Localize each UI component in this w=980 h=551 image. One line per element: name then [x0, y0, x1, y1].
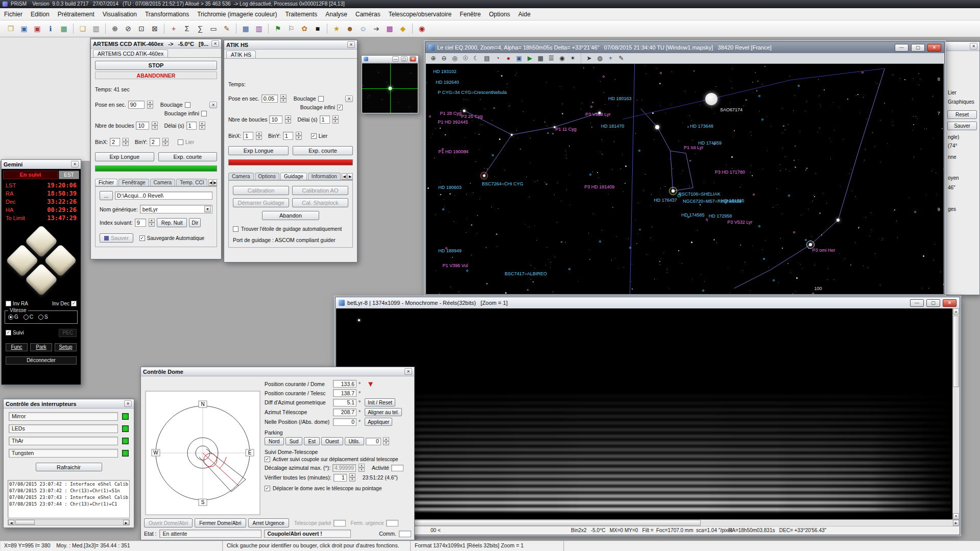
field-of-view-icon[interactable]: ◉: [557, 54, 567, 63]
search-object-icon[interactable]: ◍: [595, 54, 605, 63]
gemini-close-icon[interactable]: ✕: [71, 161, 79, 167]
vitesse-radio-s[interactable]: [38, 315, 43, 320]
menu-trichromie-imagerie-couleur[interactable]: Trichromie (imagerie couleur): [193, 9, 281, 20]
tabs-scroll-right-icon[interactable]: ▶: [213, 179, 217, 186]
index-suivant-input[interactable]: 9: [135, 219, 146, 227]
palette-icon[interactable]: ✿: [298, 22, 310, 35]
atik-delai-input[interactable]: 1: [320, 115, 330, 124]
dome-field-value[interactable]: 0: [333, 418, 356, 426]
select-region-icon[interactable]: ▭: [207, 22, 220, 35]
integration-sum-icon[interactable]: ∑: [194, 22, 206, 35]
park-sud-button[interactable]: Sud: [285, 437, 303, 445]
tab-options[interactable]: Options: [255, 173, 279, 180]
artemis-tab[interactable]: ARTEMIS CCD ATIK-460ex: [93, 50, 168, 57]
park-ouest-button[interactable]: Ouest: [321, 437, 343, 445]
atik-exp-longue-button[interactable]: Exp Longue: [228, 146, 289, 155]
tools-icon[interactable]: ◆: [397, 22, 409, 35]
artemis-binx-spinner[interactable]: ▲▼: [123, 138, 129, 146]
dark-display-icon[interactable]: ■: [312, 22, 324, 35]
zoom-fit-icon[interactable]: ⊠: [149, 22, 161, 35]
image-titlebar[interactable]: betLyr-8 | 1374x1099 - Monochrome - Réel…: [336, 297, 960, 308]
atik-close-icon[interactable]: ✕: [347, 41, 355, 48]
menu-pretraitement[interactable]: Prétraitement: [54, 9, 99, 20]
exit-door-icon[interactable]: ➔: [370, 22, 383, 35]
tab-fenetrage[interactable]: Fenêtrage: [118, 179, 149, 186]
decalage-input[interactable]: 4.99999: [332, 464, 356, 472]
tab-camera[interactable]: Camera: [228, 173, 254, 180]
artemis-bouclage-infini-checkbox[interactable]: [201, 111, 207, 116]
park-button[interactable]: Park: [30, 343, 52, 351]
thumb-minimize-button[interactable]: —: [392, 56, 399, 62]
constellation-toggle-icon[interactable]: ✶: [568, 54, 578, 63]
atik-bouclage-infini-checkbox[interactable]: ✓: [337, 105, 343, 110]
right-panel-titlebar[interactable]: ✕: [945, 42, 979, 51]
artemis-delai-spinner[interactable]: ▲▼: [199, 122, 205, 130]
abandon-button[interactable]: Abandon: [262, 211, 319, 220]
fermer-dome-button[interactable]: Fermer Dome/Abri: [195, 518, 246, 528]
init-reset-button[interactable]: Init / Reset: [365, 398, 395, 406]
skychart-canvas[interactable]: ××××××××××××HD 193102HD 192640P CYG=34 C…: [426, 64, 944, 294]
artemis-nbre-input[interactable]: 10: [136, 122, 149, 130]
thumb-maximize-button[interactable]: ▢: [401, 56, 408, 62]
pec-button[interactable]: PEC: [59, 329, 77, 337]
atik-exp-courte-button[interactable]: Exp. courte: [293, 146, 353, 155]
thumb-close-button[interactable]: ✕: [410, 56, 416, 62]
dome-titlebar[interactable]: Contrôle Dome✕: [141, 367, 414, 376]
data-table-icon[interactable]: ▦: [240, 22, 252, 35]
right-panel-close-icon[interactable]: ✕: [970, 43, 977, 50]
center-target-icon[interactable]: +: [168, 22, 180, 35]
menu-visualisation[interactable]: Visualisation: [99, 9, 141, 20]
menu-options[interactable]: Options: [485, 9, 514, 20]
vitesse-radio-c[interactable]: [23, 315, 29, 320]
tabs-scroll-right-icon[interactable]: ▶: [347, 173, 353, 180]
artemis-biny-spinner[interactable]: ▲▼: [162, 138, 169, 146]
duplicate-view-icon[interactable]: ▥: [90, 22, 102, 35]
atik-cancel-icon[interactable]: ✕: [345, 95, 353, 102]
artemis-binx-input[interactable]: 2: [110, 138, 120, 146]
histogram-icon[interactable]: ▥: [253, 22, 265, 35]
suivi-coupole-checkbox[interactable]: ✓: [265, 457, 270, 462]
artemis-pose-input[interactable]: 90: [128, 101, 145, 109]
camera-field-icon[interactable]: ▣: [514, 54, 524, 63]
tab-guidage[interactable]: Guidage: [280, 173, 307, 180]
atik-lier-checkbox[interactable]: ✓: [311, 133, 317, 139]
image-vertical-scrollbar[interactable]: ▲▼: [952, 308, 959, 519]
artemis-stop-button[interactable]: STOP: [95, 61, 217, 70]
artemis-bouclage-checkbox[interactable]: [185, 102, 190, 108]
image-maximize-button[interactable]: ▢: [926, 299, 940, 307]
artemis-nbre-spinner[interactable]: ▲▼: [152, 122, 158, 130]
menu-fichier[interactable]: Fichier: [0, 9, 27, 20]
menu-transformations[interactable]: Transformations: [141, 9, 193, 20]
earth-globe-icon[interactable]: ☉: [461, 54, 470, 63]
identify-object-icon[interactable]: ◎: [450, 54, 460, 63]
print-chart-icon[interactable]: ▤: [482, 54, 492, 63]
switch-led-thar[interactable]: [122, 438, 129, 444]
menu-edition[interactable]: Edition: [27, 9, 54, 20]
menu-fenetre[interactable]: Fenêtre: [456, 9, 485, 20]
setup-button[interactable]: Setup: [55, 343, 77, 351]
info-icon[interactable]: ℹ: [44, 22, 57, 35]
color-grid-icon[interactable]: ▩: [384, 22, 396, 35]
func-button[interactable]: Func: [6, 343, 28, 351]
thumb-titlebar[interactable]: — ▢ ✕: [362, 56, 418, 63]
find-guide-star-checkbox[interactable]: [233, 226, 238, 232]
artemis-lier-checkbox[interactable]: [178, 139, 183, 145]
skychart-titlebar[interactable]: Le ciel EQ.2000, Zoom=4, Alpha= 18h50m05…: [425, 42, 944, 53]
artemis-exp-longue-button[interactable]: Exp Longue: [95, 152, 154, 161]
atik-tab[interactable]: ATIK HS: [226, 51, 256, 58]
save-as-icon[interactable]: ▣: [31, 22, 43, 35]
zoom-in-icon[interactable]: ⊕: [428, 54, 438, 63]
aligner-au-tel-button[interactable]: Aligner au tel.: [365, 408, 402, 416]
ouvrir-dome-button[interactable]: Ouvrir Dome/Abri: [144, 518, 193, 528]
dome-goto-icon[interactable]: ▼: [367, 380, 374, 388]
image-close-button[interactable]: ✕: [943, 299, 957, 307]
disconnect-button[interactable]: Déconnecter: [6, 356, 77, 365]
edit-annotations-icon[interactable]: ✎: [616, 54, 626, 63]
flag-secondary-icon[interactable]: ⚐: [285, 22, 297, 35]
verifier-input[interactable]: 1: [333, 474, 347, 482]
appliquer-button[interactable]: Appliquer: [365, 418, 392, 426]
demarrer-guidage-button[interactable]: Démarrer Guidage: [233, 198, 289, 207]
dome-close-icon[interactable]: ✕: [404, 368, 412, 375]
menu-cameras[interactable]: Caméras: [351, 9, 385, 20]
menu-analyse[interactable]: Analyse: [321, 9, 351, 20]
